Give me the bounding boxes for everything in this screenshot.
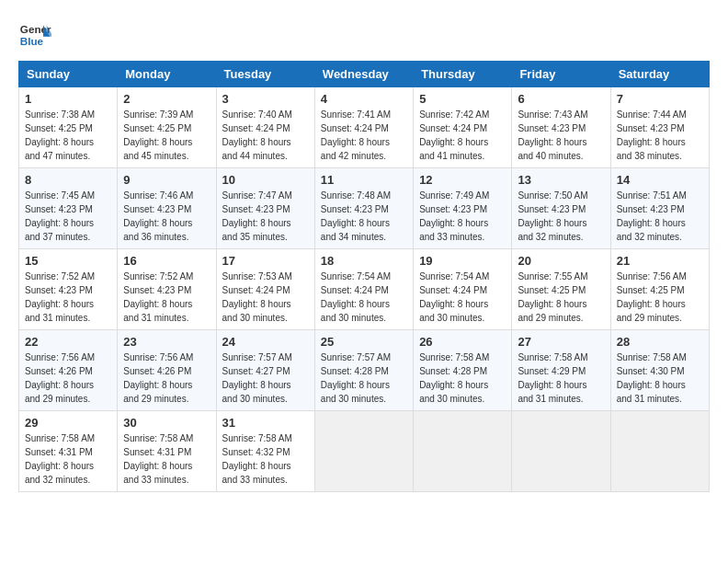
day-detail: Sunrise: 7:58 AMSunset: 4:31 PMDaylight:… [123, 431, 210, 487]
calendar-cell: 31 Sunrise: 7:58 AMSunset: 4:32 PMDaylig… [216, 411, 314, 492]
calendar-cell: 12 Sunrise: 7:49 AMSunset: 4:23 PMDaylig… [414, 168, 512, 249]
day-detail: Sunrise: 7:58 AMSunset: 4:30 PMDaylight:… [617, 350, 703, 406]
day-detail: Sunrise: 7:43 AMSunset: 4:23 PMDaylight:… [518, 108, 604, 163]
day-detail: Sunrise: 7:58 AMSunset: 4:32 PMDaylight:… [222, 431, 309, 487]
calendar-cell: 15 Sunrise: 7:52 AMSunset: 4:23 PMDaylig… [19, 249, 118, 330]
day-number: 27 [518, 335, 604, 349]
day-detail: Sunrise: 7:38 AMSunset: 4:25 PMDaylight:… [25, 108, 111, 163]
day-detail: Sunrise: 7:55 AMSunset: 4:25 PMDaylight:… [518, 270, 604, 325]
calendar-cell: 18 Sunrise: 7:54 AMSunset: 4:24 PMDaylig… [314, 249, 413, 330]
calendar-cell: 17 Sunrise: 7:53 AMSunset: 4:24 PMDaylig… [216, 249, 314, 330]
logo: General Blue [18, 18, 55, 52]
calendar-cell [610, 411, 709, 492]
day-detail: Sunrise: 7:57 AMSunset: 4:28 PMDaylight:… [321, 350, 407, 406]
calendar-cell: 6 Sunrise: 7:43 AMSunset: 4:23 PMDayligh… [512, 87, 610, 168]
calendar-cell: 10 Sunrise: 7:47 AMSunset: 4:23 PMDaylig… [216, 168, 314, 249]
calendar-cell: 8 Sunrise: 7:45 AMSunset: 4:23 PMDayligh… [19, 168, 118, 249]
day-number: 10 [222, 173, 309, 187]
calendar-cell: 28 Sunrise: 7:58 AMSunset: 4:30 PMDaylig… [610, 330, 709, 411]
calendar-cell: 14 Sunrise: 7:51 AMSunset: 4:23 PMDaylig… [610, 168, 709, 249]
calendar-week-row: 15 Sunrise: 7:52 AMSunset: 4:23 PMDaylig… [19, 249, 710, 330]
calendar-header-wednesday: Wednesday [314, 62, 413, 87]
day-detail: Sunrise: 7:48 AMSunset: 4:23 PMDaylight:… [321, 189, 407, 244]
day-number: 26 [419, 335, 506, 349]
day-number: 22 [25, 335, 111, 349]
day-number: 8 [25, 173, 111, 187]
day-detail: Sunrise: 7:58 AMSunset: 4:29 PMDaylight:… [518, 350, 604, 406]
calendar-header-monday: Monday [118, 62, 216, 87]
calendar-cell: 19 Sunrise: 7:54 AMSunset: 4:24 PMDaylig… [414, 249, 512, 330]
logo-icon: General Blue [18, 18, 51, 52]
day-number: 25 [321, 335, 407, 349]
calendar-week-row: 22 Sunrise: 7:56 AMSunset: 4:26 PMDaylig… [19, 330, 710, 411]
calendar-week-row: 1 Sunrise: 7:38 AMSunset: 4:25 PMDayligh… [19, 87, 710, 168]
calendar-table: SundayMondayTuesdayWednesdayThursdayFrid… [18, 61, 710, 492]
calendar-cell: 25 Sunrise: 7:57 AMSunset: 4:28 PMDaylig… [314, 330, 413, 411]
day-number: 30 [123, 416, 210, 430]
day-number: 21 [617, 254, 703, 268]
day-number: 20 [518, 254, 604, 268]
day-number: 29 [25, 416, 111, 430]
calendar-cell: 26 Sunrise: 7:58 AMSunset: 4:28 PMDaylig… [414, 330, 512, 411]
day-number: 31 [222, 416, 309, 430]
day-number: 5 [419, 92, 506, 106]
day-number: 13 [518, 173, 604, 187]
calendar-cell: 4 Sunrise: 7:41 AMSunset: 4:24 PMDayligh… [314, 87, 413, 168]
calendar-cell: 9 Sunrise: 7:46 AMSunset: 4:23 PMDayligh… [118, 168, 216, 249]
day-detail: Sunrise: 7:54 AMSunset: 4:24 PMDaylight:… [321, 270, 407, 325]
calendar-cell: 3 Sunrise: 7:40 AMSunset: 4:24 PMDayligh… [216, 87, 314, 168]
day-detail: Sunrise: 7:57 AMSunset: 4:27 PMDaylight:… [222, 350, 309, 406]
calendar-cell: 23 Sunrise: 7:56 AMSunset: 4:26 PMDaylig… [118, 330, 216, 411]
svg-text:Blue: Blue [20, 35, 44, 47]
day-detail: Sunrise: 7:39 AMSunset: 4:25 PMDaylight:… [123, 108, 210, 163]
day-detail: Sunrise: 7:52 AMSunset: 4:23 PMDaylight:… [25, 270, 111, 325]
day-number: 19 [419, 254, 506, 268]
day-number: 12 [419, 173, 506, 187]
calendar-header-thursday: Thursday [414, 62, 512, 87]
calendar-week-row: 8 Sunrise: 7:45 AMSunset: 4:23 PMDayligh… [19, 168, 710, 249]
calendar-header-friday: Friday [512, 62, 610, 87]
day-detail: Sunrise: 7:54 AMSunset: 4:24 PMDaylight:… [419, 270, 506, 325]
day-number: 11 [321, 173, 407, 187]
calendar-cell: 30 Sunrise: 7:58 AMSunset: 4:31 PMDaylig… [118, 411, 216, 492]
day-detail: Sunrise: 7:56 AMSunset: 4:26 PMDaylight:… [25, 350, 111, 406]
day-number: 23 [123, 335, 210, 349]
day-number: 6 [518, 92, 604, 106]
day-detail: Sunrise: 7:45 AMSunset: 4:23 PMDaylight:… [25, 189, 111, 244]
day-number: 17 [222, 254, 309, 268]
day-detail: Sunrise: 7:47 AMSunset: 4:23 PMDaylight:… [222, 189, 309, 244]
day-detail: Sunrise: 7:49 AMSunset: 4:23 PMDaylight:… [419, 189, 506, 244]
day-number: 28 [617, 335, 703, 349]
day-number: 7 [617, 92, 703, 106]
calendar-cell: 13 Sunrise: 7:50 AMSunset: 4:23 PMDaylig… [512, 168, 610, 249]
calendar-cell: 20 Sunrise: 7:55 AMSunset: 4:25 PMDaylig… [512, 249, 610, 330]
calendar-cell: 16 Sunrise: 7:52 AMSunset: 4:23 PMDaylig… [118, 249, 216, 330]
day-number: 15 [25, 254, 111, 268]
calendar-cell: 27 Sunrise: 7:58 AMSunset: 4:29 PMDaylig… [512, 330, 610, 411]
header: General Blue [18, 18, 710, 52]
day-detail: Sunrise: 7:58 AMSunset: 4:28 PMDaylight:… [419, 350, 506, 406]
calendar-header-row: SundayMondayTuesdayWednesdayThursdayFrid… [19, 62, 710, 87]
day-detail: Sunrise: 7:46 AMSunset: 4:23 PMDaylight:… [123, 189, 210, 244]
calendar-header-tuesday: Tuesday [216, 62, 314, 87]
day-detail: Sunrise: 7:53 AMSunset: 4:24 PMDaylight:… [222, 270, 309, 325]
calendar-cell: 1 Sunrise: 7:38 AMSunset: 4:25 PMDayligh… [19, 87, 118, 168]
calendar-header-sunday: Sunday [19, 62, 118, 87]
day-detail: Sunrise: 7:56 AMSunset: 4:25 PMDaylight:… [617, 270, 703, 325]
day-number: 14 [617, 173, 703, 187]
day-detail: Sunrise: 7:52 AMSunset: 4:23 PMDaylight:… [123, 270, 210, 325]
day-number: 4 [321, 92, 407, 106]
day-detail: Sunrise: 7:44 AMSunset: 4:23 PMDaylight:… [617, 108, 703, 163]
day-number: 16 [123, 254, 210, 268]
calendar-cell: 5 Sunrise: 7:42 AMSunset: 4:24 PMDayligh… [414, 87, 512, 168]
day-number: 9 [123, 173, 210, 187]
calendar-cell: 24 Sunrise: 7:57 AMSunset: 4:27 PMDaylig… [216, 330, 314, 411]
day-detail: Sunrise: 7:58 AMSunset: 4:31 PMDaylight:… [25, 431, 111, 487]
calendar-header-saturday: Saturday [610, 62, 709, 87]
day-detail: Sunrise: 7:50 AMSunset: 4:23 PMDaylight:… [518, 189, 604, 244]
day-detail: Sunrise: 7:42 AMSunset: 4:24 PMDaylight:… [419, 108, 506, 163]
calendar-cell: 29 Sunrise: 7:58 AMSunset: 4:31 PMDaylig… [19, 411, 118, 492]
day-number: 1 [25, 92, 111, 106]
day-detail: Sunrise: 7:56 AMSunset: 4:26 PMDaylight:… [123, 350, 210, 406]
calendar-cell: 11 Sunrise: 7:48 AMSunset: 4:23 PMDaylig… [314, 168, 413, 249]
